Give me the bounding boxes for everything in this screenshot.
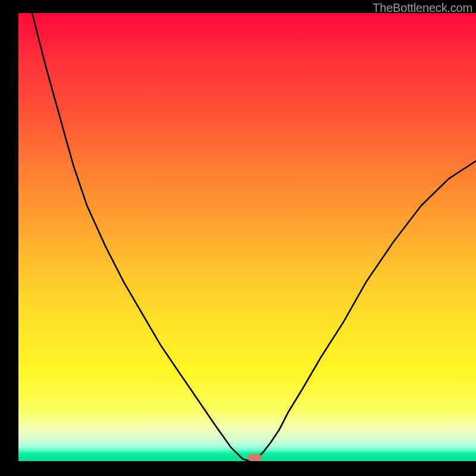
curve-svg [18, 13, 476, 461]
chart-frame: TheBottleneck.com [0, 0, 476, 476]
watermark-text: TheBottleneck.com [372, 1, 472, 15]
bottleneck-curve [18, 13, 476, 461]
minimum-marker [248, 454, 262, 461]
plot-area [18, 13, 476, 461]
